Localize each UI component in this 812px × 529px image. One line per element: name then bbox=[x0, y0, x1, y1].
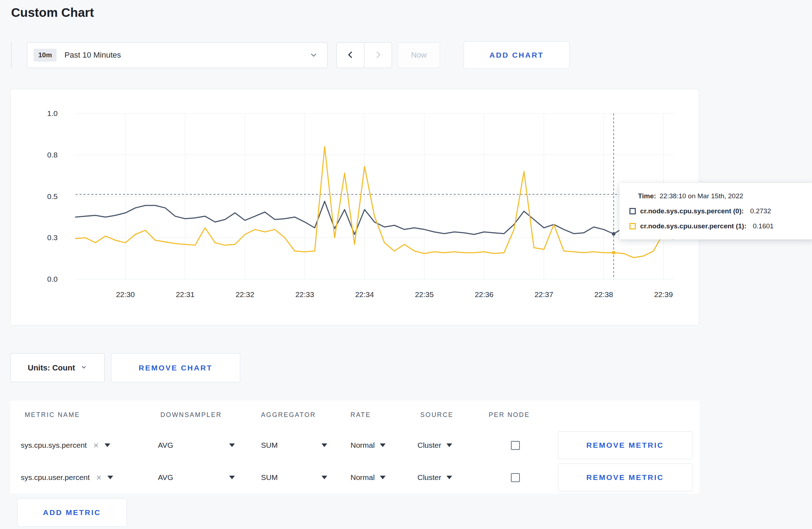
column-header-metric-name: METRIC NAME bbox=[21, 411, 158, 419]
column-header-aggregator: AGGREGATOR bbox=[261, 411, 351, 419]
chevron-left-icon bbox=[346, 50, 355, 60]
caret-down-icon bbox=[229, 476, 235, 479]
page-title: Custom Chart bbox=[11, 5, 812, 20]
metrics-table-header: METRIC NAME DOWNSAMPLER AGGREGATOR RATE … bbox=[10, 401, 699, 429]
time-window-label: Past 10 Minutes bbox=[64, 50, 121, 60]
svg-text:1.0: 1.0 bbox=[47, 109, 58, 117]
svg-text:22:38: 22:38 bbox=[594, 290, 613, 299]
clear-metric-icon[interactable]: × bbox=[93, 441, 98, 450]
aggregator-value: SUM bbox=[261, 473, 278, 482]
remove-metric-button[interactable]: REMOVE METRIC bbox=[558, 464, 692, 491]
custom-chart-page: Custom Chart 10m Past 10 Minutes Now AD bbox=[0, 5, 812, 529]
svg-text:22:36: 22:36 bbox=[475, 290, 494, 299]
svg-text:0.5: 0.5 bbox=[47, 192, 58, 200]
chart-actions: Units: Count REMOVE CHART bbox=[10, 353, 812, 382]
per-node-checkbox[interactable] bbox=[511, 473, 520, 482]
user-series-swatch-icon bbox=[629, 223, 636, 229]
svg-text:22:33: 22:33 bbox=[295, 290, 314, 299]
metric-name-select[interactable]: sys.cpu.user.percent × bbox=[21, 473, 158, 482]
add-metric-button[interactable]: ADD METRIC bbox=[17, 498, 127, 527]
svg-text:0.8: 0.8 bbox=[47, 151, 58, 159]
chevron-down-icon bbox=[309, 51, 318, 59]
toolbar-divider bbox=[11, 42, 12, 68]
tooltip-time-value: 22:38:10 on Mar 15th, 2022 bbox=[659, 192, 743, 200]
svg-text:22:37: 22:37 bbox=[535, 290, 554, 299]
units-dropdown[interactable]: Units: Count bbox=[10, 353, 105, 382]
chart-panel: 0.00.30.50.81.022:3022:3122:3222:3322:34… bbox=[10, 89, 699, 325]
tooltip-series-value: 0.2732 bbox=[750, 207, 771, 215]
caret-down-icon bbox=[107, 476, 113, 479]
svg-text:22:32: 22:32 bbox=[236, 290, 255, 299]
svg-text:22:34: 22:34 bbox=[355, 290, 374, 299]
caret-down-icon bbox=[446, 476, 452, 479]
tooltip-series-value: 0.1601 bbox=[753, 222, 774, 230]
svg-text:0.0: 0.0 bbox=[47, 275, 58, 283]
table-row: sys.cpu.sys.percent × AVG SUM Normal Clu… bbox=[10, 429, 699, 461]
svg-text:0.3: 0.3 bbox=[47, 233, 58, 242]
clear-metric-icon[interactable]: × bbox=[96, 473, 102, 482]
time-range-pager bbox=[337, 42, 392, 68]
units-label: Units: Count bbox=[28, 363, 75, 373]
aggregator-select[interactable]: SUM bbox=[261, 441, 327, 450]
metric-name-value: sys.cpu.sys.percent bbox=[21, 441, 87, 450]
next-range-button[interactable] bbox=[364, 42, 392, 68]
toolbar: 10m Past 10 Minutes Now ADD CHART bbox=[11, 42, 812, 69]
column-header-per-node: PER NODE bbox=[489, 411, 558, 419]
rate-value: Normal bbox=[351, 441, 375, 450]
downsampler-value: AVG bbox=[158, 441, 173, 450]
add-chart-button[interactable]: ADD CHART bbox=[464, 42, 570, 69]
sys-series-swatch-icon bbox=[629, 208, 636, 214]
caret-down-icon bbox=[380, 443, 386, 447]
downsampler-select[interactable]: AVG bbox=[158, 441, 235, 450]
chevron-right-icon bbox=[373, 50, 383, 60]
caret-down-icon bbox=[322, 443, 327, 447]
svg-text:22:31: 22:31 bbox=[176, 290, 195, 299]
chevron-down-icon bbox=[81, 363, 87, 373]
metric-name-value: sys.cpu.user.percent bbox=[21, 473, 90, 482]
remove-metric-button[interactable]: REMOVE METRIC bbox=[558, 431, 692, 459]
source-select[interactable]: Cluster bbox=[417, 473, 489, 482]
table-row: sys.cpu.user.percent × AVG SUM Normal Cl… bbox=[10, 461, 699, 494]
line-chart[interactable]: 0.00.30.50.81.022:3022:3122:3222:3322:34… bbox=[11, 89, 699, 325]
caret-down-icon bbox=[229, 443, 235, 447]
now-button[interactable]: Now bbox=[398, 42, 440, 68]
metrics-table: METRIC NAME DOWNSAMPLER AGGREGATOR RATE … bbox=[10, 401, 699, 494]
column-header-rate: RATE bbox=[351, 411, 417, 419]
source-value: Cluster bbox=[417, 473, 441, 482]
prev-range-button[interactable] bbox=[337, 42, 364, 68]
svg-text:22:39: 22:39 bbox=[654, 290, 673, 299]
remove-chart-button[interactable]: REMOVE CHART bbox=[111, 353, 240, 382]
caret-down-icon bbox=[322, 476, 327, 479]
tooltip-time-row: Time: 22:38:10 on Mar 15th, 2022 bbox=[629, 192, 804, 200]
tooltip-series-name: cr.node.sys.cpu.sys.percent (0): bbox=[640, 207, 744, 215]
rate-select[interactable]: Normal bbox=[351, 441, 417, 450]
svg-text:22:30: 22:30 bbox=[116, 290, 135, 299]
time-window-dropdown[interactable]: 10m Past 10 Minutes bbox=[27, 42, 328, 68]
source-select[interactable]: Cluster bbox=[417, 441, 489, 450]
tooltip-time-label: Time: bbox=[638, 192, 656, 200]
aggregator-value: SUM bbox=[261, 441, 278, 450]
metric-name-select[interactable]: sys.cpu.sys.percent × bbox=[21, 441, 158, 450]
aggregator-select[interactable]: SUM bbox=[261, 473, 327, 482]
caret-down-icon bbox=[380, 476, 386, 479]
caret-down-icon bbox=[105, 443, 110, 447]
time-window-badge: 10m bbox=[34, 49, 57, 62]
rate-select[interactable]: Normal bbox=[351, 473, 417, 482]
chart-tooltip: Time: 22:38:10 on Mar 15th, 2022 cr.node… bbox=[619, 183, 812, 239]
tooltip-series-name: cr.node.sys.cpu.user.percent (1): bbox=[640, 222, 746, 230]
svg-text:22:35: 22:35 bbox=[415, 290, 434, 299]
tooltip-series-row: cr.node.sys.cpu.sys.percent (0): 0.2732 bbox=[629, 207, 804, 215]
column-header-downsampler: DOWNSAMPLER bbox=[158, 411, 261, 419]
caret-down-icon bbox=[446, 443, 452, 447]
source-value: Cluster bbox=[417, 441, 441, 450]
downsampler-value: AVG bbox=[158, 473, 173, 482]
column-header-source: SOURCE bbox=[417, 411, 489, 419]
rate-value: Normal bbox=[351, 473, 375, 482]
downsampler-select[interactable]: AVG bbox=[158, 473, 235, 482]
tooltip-series-row: cr.node.sys.cpu.user.percent (1): 0.1601 bbox=[629, 222, 804, 230]
per-node-checkbox[interactable] bbox=[511, 441, 520, 450]
